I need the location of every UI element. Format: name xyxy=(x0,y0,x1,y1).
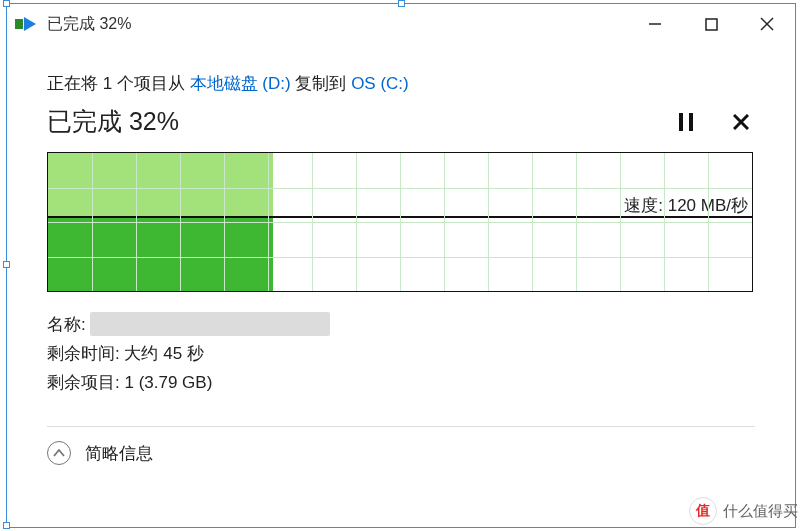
dialog-content: 正在将 1 个项目从 本地磁盘 (D:) 复制到 OS (C:) 已完成 32%… xyxy=(7,44,795,465)
speed-chart: 速度: 120 MB/秒 xyxy=(47,152,753,292)
window-controls xyxy=(627,4,795,44)
chart-gridline xyxy=(48,222,752,223)
details-toggle-row: 简略信息 xyxy=(47,426,755,465)
window-title: 已完成 32% xyxy=(47,14,627,35)
selection-handle xyxy=(3,0,10,7)
close-button[interactable] xyxy=(739,4,795,44)
time-remaining-label: 剩余时间: xyxy=(47,342,120,365)
selection-handle xyxy=(3,261,10,268)
name-label: 名称: xyxy=(47,313,86,336)
progress-header: 已完成 32% xyxy=(47,105,755,138)
chart-progress-fill-upper xyxy=(48,153,273,216)
progress-title: 已完成 32% xyxy=(47,105,679,138)
svg-rect-0 xyxy=(15,19,23,29)
info-time-row: 剩余时间: 大约 45 秒 xyxy=(47,342,755,365)
watermark-badge: 值 xyxy=(689,497,717,525)
selection-handle xyxy=(398,0,405,7)
details-toggle-label[interactable]: 简略信息 xyxy=(85,442,153,465)
items-remaining-value: 1 (3.79 GB) xyxy=(124,373,212,393)
watermark: 值 什么值得买 xyxy=(689,497,798,525)
chart-progress-fill-lower xyxy=(48,216,273,291)
maximize-button[interactable] xyxy=(683,4,739,44)
chart-gridline xyxy=(48,257,752,258)
selection-handle xyxy=(3,522,10,529)
dest-link[interactable]: OS (C:) xyxy=(351,74,409,93)
minimize-button[interactable] xyxy=(627,4,683,44)
svg-rect-2 xyxy=(706,19,717,30)
info-items-row: 剩余项目: 1 (3.79 GB) xyxy=(47,371,755,394)
items-remaining-label: 剩余项目: xyxy=(47,371,120,394)
chevron-up-icon[interactable] xyxy=(47,441,71,465)
titlebar: 已完成 32% xyxy=(7,4,795,44)
copy-arrow-icon xyxy=(15,13,37,35)
pause-button[interactable] xyxy=(679,113,693,131)
copy-middle: 复制到 xyxy=(291,74,351,93)
source-link[interactable]: 本地磁盘 (D:) xyxy=(190,74,291,93)
svg-rect-6 xyxy=(689,113,693,131)
chart-speed-label: 速度: 120 MB/秒 xyxy=(622,194,750,217)
svg-rect-5 xyxy=(679,113,683,131)
copy-prefix: 正在将 1 个项目从 xyxy=(47,74,190,93)
file-copy-dialog: 已完成 32% 正在将 1 个项目从 本地磁盘 (D:) 复制到 OS (C:)… xyxy=(6,3,796,528)
name-value xyxy=(90,312,330,336)
chart-gridline xyxy=(48,188,752,189)
time-remaining-value: 大约 45 秒 xyxy=(124,342,203,365)
copy-description: 正在将 1 个项目从 本地磁盘 (D:) 复制到 OS (C:) xyxy=(47,72,755,95)
info-name-row: 名称: xyxy=(47,312,755,336)
cancel-button[interactable] xyxy=(733,113,749,131)
watermark-text: 什么值得买 xyxy=(723,502,798,521)
